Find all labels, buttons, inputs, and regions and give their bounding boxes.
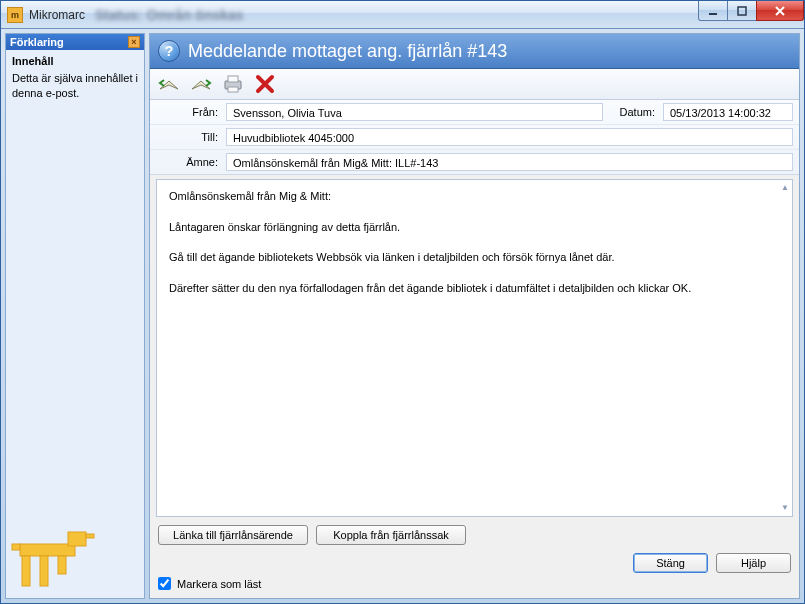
reply-icon <box>158 75 180 93</box>
minimize-button[interactable] <box>698 1 728 21</box>
app-title: Mikromarc <box>29 8 85 22</box>
svg-rect-8 <box>12 544 20 550</box>
date-field[interactable]: 05/13/2013 14:00:32 <box>663 103 793 121</box>
subject-field[interactable]: Omlånsönskemål från Mig& Mitt: ILL#-143 <box>226 153 793 171</box>
titlebar: m Mikromarc Status: Områn önskas <box>1 1 804 29</box>
print-icon <box>222 74 244 94</box>
close-button[interactable]: Stäng <box>633 553 708 573</box>
animal-logo-icon <box>10 524 100 594</box>
message-body[interactable]: ▲ Omlånsönskemål från Mig & Mitt: Låntag… <box>156 179 793 517</box>
message-header-grid: Från: Svensson, Olivia Tuva Datum: 05/13… <box>150 100 799 175</box>
dialog-title: Meddelande mottaget ang. fjärrlån #143 <box>188 41 507 62</box>
sidebar-header-label: Förklaring <box>10 36 64 48</box>
to-field[interactable]: Huvudbibliotek 4045:000 <box>226 128 793 146</box>
from-field[interactable]: Svensson, Olivia Tuva <box>226 103 603 121</box>
sidebar-content: Innehåll Detta är själva innehållet i de… <box>6 50 144 518</box>
window-close-button[interactable] <box>756 1 804 21</box>
background-window-title: Status: Områn önskas <box>95 7 244 23</box>
sidebar-logo <box>6 518 144 598</box>
svg-rect-2 <box>20 544 75 556</box>
svg-rect-6 <box>40 556 48 586</box>
scroll-down-icon[interactable]: ▼ <box>781 502 789 514</box>
date-label: Datum: <box>603 106 663 118</box>
svg-rect-3 <box>68 532 86 546</box>
dialog-button-row: Stäng Hjälp <box>150 549 799 577</box>
sidebar: Förklaring × Innehåll Detta är själva in… <box>5 33 145 599</box>
sidebar-close-icon[interactable]: × <box>128 36 140 48</box>
sidebar-header: Förklaring × <box>6 34 144 50</box>
app-window: m Mikromarc Status: Områn önskas Förklar… <box>0 0 805 604</box>
from-label: Från: <box>156 106 226 118</box>
from-row: Från: Svensson, Olivia Tuva Datum: 05/13… <box>150 100 799 125</box>
svg-rect-13 <box>228 87 238 92</box>
svg-rect-4 <box>86 534 94 538</box>
app-icon: m <box>7 7 23 23</box>
message-line-2: Låntagaren önskar förlängning av detta f… <box>169 219 780 236</box>
toolbar <box>150 69 799 100</box>
delete-icon <box>255 74 275 94</box>
message-line-3: Gå till det ägande bibliotekets Webbsök … <box>169 249 780 266</box>
to-row: Till: Huvudbibliotek 4045:000 <box>150 125 799 150</box>
sidebar-heading: Innehåll <box>12 54 138 69</box>
scroll-up-icon[interactable]: ▲ <box>781 182 789 194</box>
mark-read-row: Markera som läst <box>150 577 799 598</box>
question-icon: ? <box>158 40 180 62</box>
svg-rect-7 <box>58 556 66 574</box>
print-button[interactable] <box>220 72 246 96</box>
message-line-4: Därefter sätter du den nya förfallodagen… <box>169 280 780 297</box>
reply-button[interactable] <box>156 72 182 96</box>
window-controls <box>699 1 804 21</box>
mark-read-checkbox[interactable] <box>158 577 171 590</box>
svg-rect-0 <box>709 13 717 15</box>
help-button[interactable]: Hjälp <box>716 553 791 573</box>
unlink-case-button[interactable]: Koppla från fjärrlånssak <box>316 525 466 545</box>
dialog-header: ? Meddelande mottaget ang. fjärrlån #143 <box>150 34 799 69</box>
svg-rect-5 <box>22 556 30 586</box>
maximize-button[interactable] <box>727 1 757 21</box>
sidebar-text: Detta är själva innehållet i denna e-pos… <box>12 71 138 101</box>
svg-rect-1 <box>738 7 746 15</box>
link-button-row: Länka till fjärrlånsärende Koppla från f… <box>150 521 799 549</box>
message-line-1: Omlånsönskemål från Mig & Mitt: <box>169 188 780 205</box>
svg-rect-12 <box>228 76 238 82</box>
subject-row: Ämne: Omlånsönskemål från Mig& Mitt: ILL… <box>150 150 799 174</box>
main-panel: ? Meddelande mottaget ang. fjärrlån #143 <box>149 33 800 599</box>
forward-icon <box>190 75 212 93</box>
to-label: Till: <box>156 131 226 143</box>
link-case-button[interactable]: Länka till fjärrlånsärende <box>158 525 308 545</box>
forward-button[interactable] <box>188 72 214 96</box>
delete-button[interactable] <box>252 72 278 96</box>
mark-read-label: Markera som läst <box>177 578 261 590</box>
body-area: Förklaring × Innehåll Detta är själva in… <box>1 29 804 603</box>
subject-label: Ämne: <box>156 156 226 168</box>
